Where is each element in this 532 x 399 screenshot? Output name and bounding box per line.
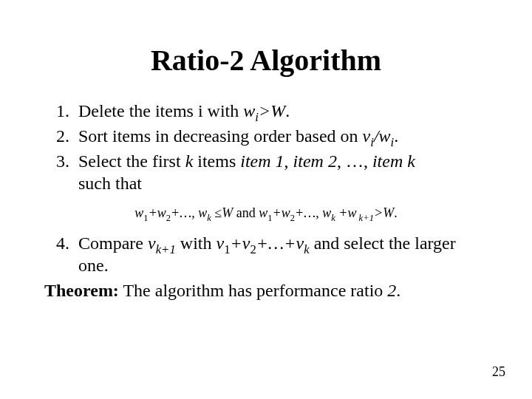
step-2: Sort items in decreasing order based on …: [74, 125, 488, 147]
vkp: v: [148, 233, 156, 253]
steps-list-1-3: Delete the items i with wi>W. Sort items…: [44, 100, 488, 194]
item-2: item 2: [293, 151, 337, 171]
steps-list-4: Compare vk+1 with v1+v2+…+vk and select …: [44, 232, 488, 276]
v1: v: [216, 233, 224, 253]
sv1: 1: [224, 242, 230, 256]
step-3-pre: Select the first: [78, 151, 185, 171]
var-w2: w: [379, 126, 391, 146]
page-number: 25: [492, 364, 505, 380]
gt-sign: >: [259, 101, 270, 120]
cw2b: w: [282, 205, 290, 220]
item-k: item k: [372, 151, 415, 171]
with: with: [176, 233, 216, 253]
theorem-text: The algorithm has performance ratio: [119, 281, 387, 300]
skp: k+1: [156, 242, 176, 256]
theorem-dot: .: [396, 281, 400, 300]
cwkp: w: [347, 205, 356, 220]
cw1b: w: [259, 205, 267, 220]
cskp: k+1: [356, 213, 374, 223]
slide-body: Delete the items i with wi>W. Sort items…: [44, 100, 488, 301]
step-1: Delete the items i with wi>W.: [74, 100, 488, 122]
cwk: w: [198, 205, 207, 220]
item-1: item 1: [240, 151, 284, 171]
theorem-line: Theorem: The algorithm has performance r…: [44, 279, 488, 301]
p2: +…+: [256, 233, 296, 253]
vk: v: [296, 233, 304, 253]
cp2: +…,: [171, 205, 198, 220]
step-4: Compare vk+1 with v1+v2+…+vk and select …: [74, 232, 488, 276]
step-2-text: Sort items in decreasing order based on: [78, 126, 363, 146]
cw1: w: [134, 205, 143, 220]
var-v: v: [363, 126, 371, 146]
cdot: .: [394, 205, 398, 220]
var-w: w: [243, 101, 255, 120]
theorem-two: 2: [387, 281, 396, 300]
svk: k: [304, 242, 309, 256]
sv2: 2: [250, 242, 256, 256]
cp1: +: [149, 205, 157, 220]
constraint-line: w1+w2+…, wk ≤W and w1+w2+…, wk +w k+1>W.: [44, 205, 488, 222]
cWb: W: [383, 205, 394, 220]
cW: W: [222, 205, 233, 220]
step-3-mid1: items: [193, 151, 240, 171]
p1: +: [231, 233, 242, 253]
csp2: +: [335, 205, 348, 220]
s4-pre: Compare: [78, 233, 148, 253]
slide: Ratio-2 Algorithm Delete the items i wit…: [0, 0, 532, 399]
v2: v: [242, 233, 250, 253]
slide-title: Ratio-2 Algorithm: [44, 43, 488, 78]
theorem-label: Theorem:: [44, 281, 119, 300]
cp2b: +…,: [295, 205, 322, 220]
dot2: .: [394, 126, 398, 146]
step-1-text: Delete the items i with: [78, 101, 243, 120]
var-W: W: [270, 101, 285, 120]
c1: ,: [284, 151, 293, 171]
dot: .: [285, 101, 290, 120]
step-3: Select the first k items item 1, item 2,…: [74, 150, 488, 194]
c2: , …,: [337, 151, 372, 171]
cp1b: +: [273, 205, 282, 220]
such-that: such that: [78, 174, 142, 193]
slash: /: [374, 126, 379, 146]
var-k: k: [185, 151, 194, 171]
cw2: w: [157, 205, 166, 220]
cgt: >: [374, 205, 383, 220]
cwkb: w: [322, 205, 331, 220]
and-word: and: [233, 205, 259, 220]
leq-sign: ≤: [214, 205, 222, 220]
